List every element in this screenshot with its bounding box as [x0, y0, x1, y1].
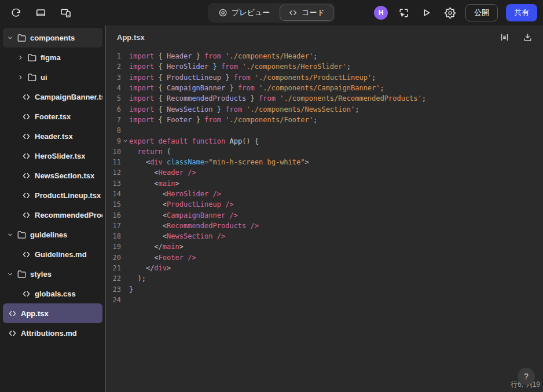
code-file-icon — [22, 290, 31, 298]
code-tab-label: コード — [302, 8, 325, 18]
tree-item-label: App.tsx — [21, 309, 49, 318]
code-lines[interactable]: 1import { Header } from './components/He… — [106, 49, 543, 392]
tree-file-newssection-tsx[interactable]: NewsSection.tsx — [3, 166, 102, 185]
code-text: return ( — [129, 148, 171, 156]
code-tab[interactable]: コード — [280, 5, 333, 21]
tree-item-label: ui — [41, 73, 47, 82]
tree-folder-guidelines[interactable]: guidelines — [3, 225, 102, 244]
line-number: 11 — [111, 158, 121, 166]
code-line: 19 </main> — [106, 241, 543, 252]
code-file-icon — [22, 250, 31, 259]
tree-file-footer-tsx[interactable]: Footer.tsx — [3, 107, 102, 126]
code-file-icon — [8, 329, 17, 338]
line-number: 7 — [111, 116, 121, 124]
tree-file-globals-css[interactable]: globals.css — [3, 284, 102, 303]
tree-file-recommendedproducts-tsx[interactable]: RecommendedProducts.tsx — [3, 205, 102, 225]
line-number: 21 — [111, 264, 121, 272]
code-line: 21 </div> — [106, 263, 543, 273]
code-line: 2import { HeroSlider } from './component… — [106, 61, 543, 72]
code-line: 11 <div className="min-h-screen bg-white… — [106, 157, 543, 167]
file-tree: componentsfigmauiCampaignBanner.tsxFoote… — [0, 25, 106, 392]
chevron-down-icon — [7, 271, 13, 277]
topbar-right: H 公開 共有 — [374, 4, 537, 21]
code-line: 20 <Footer /> — [106, 252, 543, 263]
tree-file-app-tsx[interactable]: App.tsx — [3, 303, 102, 323]
line-number: 4 — [111, 84, 121, 92]
open-file-name: App.tsx — [117, 33, 145, 42]
line-number: 19 — [111, 243, 121, 251]
line-number: 9 — [111, 137, 121, 145]
eye-icon — [218, 8, 228, 17]
folder-icon — [17, 270, 26, 279]
tree-folder-styles[interactable]: styles — [3, 264, 102, 284]
code-line: 23} — [106, 284, 543, 295]
play-icon[interactable] — [419, 5, 434, 20]
fold-chevron-icon[interactable] — [123, 138, 128, 144]
code-line: 16 <CampaignBanner /> — [106, 210, 543, 220]
folder-icon — [28, 73, 36, 82]
code-text: </div> — [129, 264, 171, 272]
code-file-icon — [22, 211, 31, 219]
tree-item-label: components — [30, 34, 75, 42]
gear-icon[interactable] — [442, 5, 457, 20]
code-text: <main> — [129, 179, 179, 188]
code-text: <div className="min-h-screen bg-white"> — [129, 158, 309, 166]
code-file-icon — [22, 191, 31, 200]
code-line: 7import { Footer } from './components/Fo… — [106, 115, 543, 125]
chevron-down-icon — [7, 232, 13, 238]
devices-icon[interactable] — [58, 5, 73, 20]
format-code-icon[interactable] — [497, 30, 512, 45]
tree-file-campaignbanner-tsx[interactable]: CampaignBanner.tsx — [3, 87, 102, 107]
topbar: プレビュー コード H 公開 共有 — [0, 0, 543, 25]
refresh-icon[interactable] — [8, 5, 23, 20]
tree-item-label: ProductLineup.tsx — [35, 191, 101, 200]
help-button[interactable]: ? — [518, 368, 535, 385]
code-line: 4import { CampaignBanner } from './compo… — [106, 83, 543, 93]
line-number: 6 — [111, 105, 121, 113]
preview-tab[interactable]: プレビュー — [210, 5, 278, 21]
tree-item-label: styles — [30, 270, 52, 279]
line-number: 14 — [111, 190, 121, 198]
tree-item-label: figma — [41, 53, 61, 62]
editor-header: App.tsx — [106, 25, 543, 49]
tree-item-label: globals.css — [35, 290, 76, 298]
avatar[interactable]: H — [374, 6, 388, 20]
chevron-down-icon — [7, 35, 13, 41]
code-text: import { NewsSection } from './component… — [129, 105, 359, 113]
code-text: import { ProductLineup } from './compone… — [129, 74, 376, 82]
tree-file-header-tsx[interactable]: Header.tsx — [3, 126, 102, 146]
tree-file-guidelines-md[interactable]: Guidelines.md — [3, 244, 102, 264]
share-button[interactable]: 共有 — [506, 4, 537, 21]
code-line: 22 ); — [106, 273, 543, 284]
download-icon[interactable] — [520, 30, 535, 45]
view-toggle: プレビュー コード — [208, 3, 335, 23]
tree-item-label: RecommendedProducts.tsx — [35, 211, 102, 219]
code-text: import { RecommendedProducts } from './c… — [129, 94, 426, 102]
tree-folder-figma[interactable]: figma — [3, 47, 102, 67]
tree-file-productlineup-tsx[interactable]: ProductLineup.tsx — [3, 185, 102, 205]
code-file-icon — [22, 112, 31, 121]
code-text: import { HeroSlider } from './components… — [129, 63, 351, 71]
code-line: 1import { Header } from './components/He… — [106, 51, 543, 61]
tree-file-heroslider-tsx[interactable]: HeroSlider.tsx — [3, 146, 102, 166]
tree-item-label: Guidelines.md — [35, 250, 87, 259]
line-number: 8 — [111, 126, 121, 134]
code-text: </main> — [129, 243, 184, 251]
line-number: 22 — [111, 274, 121, 283]
publish-button[interactable]: 公開 — [465, 4, 498, 21]
tree-folder-components[interactable]: components — [3, 28, 102, 47]
folder-icon — [17, 230, 26, 239]
tree-item-label: CampaignBanner.tsx — [35, 93, 102, 101]
tree-folder-ui[interactable]: ui — [3, 67, 102, 87]
browser-window-icon[interactable] — [33, 5, 48, 20]
line-number: 18 — [111, 232, 121, 240]
code-text: <Header /> — [129, 168, 196, 177]
code-line: 3import { ProductLineup } from './compon… — [106, 72, 543, 83]
code-text: ); — [129, 274, 146, 283]
frame-select-icon[interactable] — [396, 5, 411, 20]
code-text: <Footer /> — [129, 254, 196, 262]
code-editor: App.tsx 1import { Header } from './compo… — [106, 25, 543, 392]
tree-file-attributions-md[interactable]: Attributions.md — [3, 323, 102, 343]
code-icon — [288, 8, 298, 17]
folder-icon — [17, 34, 26, 42]
